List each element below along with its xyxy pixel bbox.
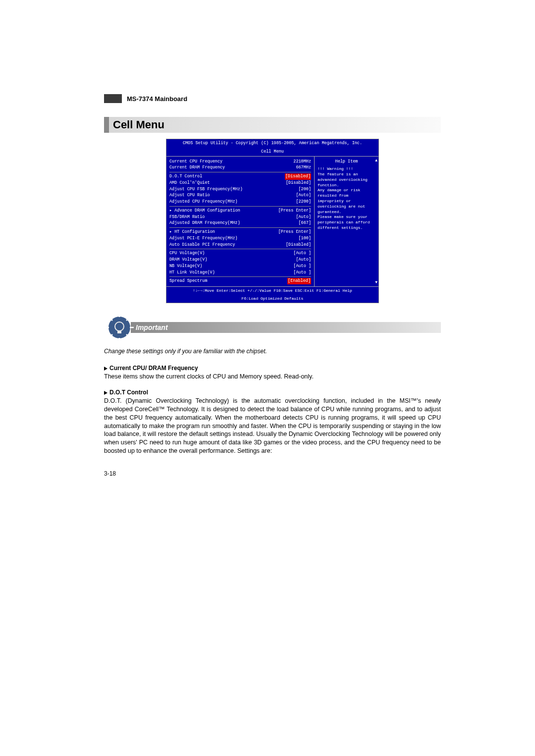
bios-setting-label: FSB/DRAM Ratio (169, 214, 205, 220)
bios-setting-row: AMD Cool'n'Quiet[Disabled] (169, 180, 311, 186)
bios-title-line2: Cell Menu (166, 148, 378, 156)
bios-setting-label: Adjusted CPU Frequency(MHz) (169, 199, 238, 205)
triangle-icon (104, 391, 107, 395)
bios-help-panel: ▲ Help Item !!! Warning !!!The feature i… (314, 157, 378, 287)
bios-setting-value: [Auto ] (293, 250, 311, 257)
bios-setting-value: [Auto ] (293, 263, 311, 270)
bios-setting-row: Adjusted DRAM Frequency(MHz)[667] (169, 220, 311, 226)
bios-setting-row: Adjust CPU Ratio[Auto] (169, 192, 311, 199)
scroll-down-icon: ▼ (375, 279, 377, 285)
bios-setting-value: [Auto] (296, 257, 311, 263)
section-title-bar: Cell Menu (109, 117, 441, 133)
section-title-row: Cell Menu (104, 117, 441, 133)
bios-setting-row: Adjusted CPU Frequency(MHz)[2200] (169, 199, 311, 205)
bios-title-line1: CMOS Setup Utility - Copyright (C) 1985-… (166, 139, 378, 148)
bios-setting-value: [Disabled] (285, 173, 311, 180)
scroll-up-icon: ▲ (375, 158, 377, 163)
header-bar: MS-7374 Mainboard (104, 94, 441, 103)
bios-setting-value: [Disabled] (286, 180, 311, 186)
bios-setting-value: 2210MHz (293, 159, 311, 165)
bios-setting-value: [Disabled] (286, 242, 311, 248)
item-body: These items show the current clocks of C… (104, 373, 441, 381)
bios-setting-row: NB Voltage(V)[Auto ] (169, 263, 311, 270)
bios-setting-row: DRAM Voltage(V)[Auto] (169, 257, 311, 263)
bios-setting-row: Adjust CPU FSB Frequency(MHz)[200] (169, 186, 311, 193)
bios-setting-label: Spread Spectrum (169, 278, 208, 284)
page-number: 3-18 (104, 470, 441, 477)
bios-setting-label: Current DRAM Frequency (169, 164, 225, 171)
bios-setting-value: [100] (298, 235, 311, 242)
bios-setting-row: D.O.T Control[Disabled] (169, 173, 311, 180)
important-label: Important (136, 324, 168, 331)
bios-setting-row: Spread Spectrum[Enabled] (169, 278, 311, 284)
bios-setting-label: D.O.T Control (169, 173, 202, 180)
important-row: Important (104, 312, 441, 343)
important-note: Change these settings only if you are fa… (104, 348, 441, 355)
bios-setting-label: CPU Voltage(V) (169, 250, 205, 257)
bios-separator (169, 276, 311, 277)
bios-setting-label: DRAM Voltage(V) (169, 257, 208, 263)
bios-help-header: Help Item (318, 159, 375, 165)
bios-setting-row: Current DRAM Frequency667MHz (169, 164, 311, 171)
bios-separator (169, 227, 311, 228)
bios-screenshot: CMOS Setup Utility - Copyright (C) 1985-… (166, 139, 379, 303)
bios-setting-value: [Auto ] (293, 270, 311, 276)
bios-setting-value: 667MHz (296, 164, 311, 171)
item-heading: D.O.T Control (104, 389, 441, 396)
bios-setting-label: Adjust CPU Ratio (169, 192, 210, 199)
bios-setting-value: [200] (298, 186, 311, 193)
bios-setting-value: [Auto] (296, 192, 311, 199)
header-title: MS-7374 Mainboard (127, 95, 187, 103)
bios-setting-label: ▸ Advance DRAM Configuration (169, 208, 240, 214)
bios-setting-row: Current CPU Frequency2210MHz (169, 159, 311, 165)
item-heading: Current CPU/ DRAM Frequency (104, 365, 441, 372)
bios-footer-line1: ↑↓←→:Move Enter:Select +/-/:Value F10:Sa… (166, 287, 378, 295)
item-heading-text: D.O.T Control (109, 389, 148, 396)
section-title: Cell Menu (113, 118, 164, 131)
bios-setting-row: Adjust PCI-E Frequency(MHz)[100] (169, 235, 311, 242)
svg-line-5 (109, 318, 112, 321)
bios-setting-row: CPU Voltage(V)[Auto ] (169, 250, 311, 257)
bios-setting-value: [Press Enter] (278, 229, 311, 235)
svg-line-6 (126, 334, 129, 337)
bios-setting-label: Auto Disable PCI Frequency (169, 242, 235, 248)
document-page: MS-7374 Mainboard Cell Menu CMOS Setup U… (104, 94, 441, 477)
bios-setting-row: FSB/DRAM Ratio[Auto] (169, 214, 311, 220)
important-bar: Important (131, 322, 441, 333)
bios-setting-value: [2200] (296, 199, 311, 205)
section-title-block-icon (104, 117, 109, 133)
svg-rect-10 (117, 330, 121, 333)
bios-setting-label: HT Link Voltage(V) (169, 270, 215, 276)
header-block-icon (104, 94, 122, 103)
bios-setting-row: ▸ HT Configuration[Press Enter] (169, 229, 311, 235)
bios-setting-label: ▸ HT Configuration (169, 229, 215, 235)
lightbulb-icon (104, 312, 135, 343)
bios-setting-label: Adjust CPU FSB Frequency(MHz) (169, 186, 243, 193)
bios-setting-label: Current CPU Frequency (169, 159, 222, 165)
item-heading-text: Current CPU/ DRAM Frequency (109, 365, 198, 372)
svg-line-7 (109, 334, 112, 337)
bios-setting-value: [Enabled] (287, 278, 311, 284)
item-body: D.O.T. (Dynamic Overclocking Technology)… (104, 397, 441, 455)
bios-setting-value: [667] (298, 220, 311, 226)
bios-setting-label: Adjusted DRAM Frequency(MHz) (169, 220, 240, 226)
bios-setting-row: Auto Disable PCI Frequency[Disabled] (169, 242, 311, 248)
bios-setting-row: ▸ Advance DRAM Configuration[Press Enter… (169, 208, 311, 214)
triangle-icon (104, 367, 107, 371)
bios-separator (169, 249, 311, 249)
bios-setting-label: AMD Cool'n'Quiet (169, 180, 210, 186)
bios-separator (169, 172, 311, 172)
bios-setting-row: HT Link Voltage(V)[Auto ] (169, 270, 311, 276)
bios-left-panel: Current CPU Frequency2210MHzCurrent DRAM… (166, 157, 314, 287)
bios-setting-value: [Auto] (296, 214, 311, 220)
bios-setting-label: NB Voltage(V) (169, 263, 202, 270)
bios-footer-line2: F6:Load Optimized Defaults (166, 295, 378, 303)
svg-line-8 (126, 318, 129, 321)
bios-setting-label: Adjust PCI-E Frequency(MHz) (169, 235, 238, 242)
bios-help-text: !!! Warning !!!The feature is an advance… (318, 166, 375, 231)
bios-separator (169, 206, 311, 207)
bios-setting-value: [Press Enter] (278, 208, 311, 214)
